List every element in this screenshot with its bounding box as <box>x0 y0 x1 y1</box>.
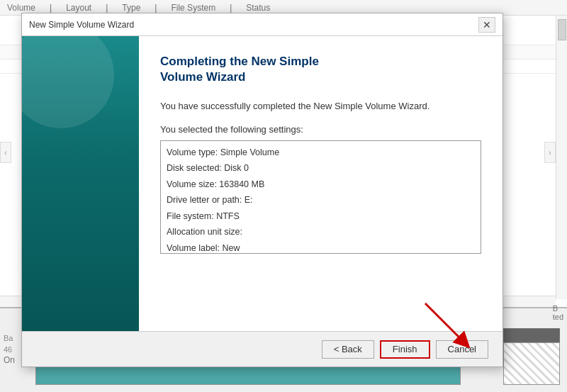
dialog-sidebar <box>22 36 139 331</box>
setting-line-5: File system: NTFS <box>167 208 475 225</box>
settings-label: You selected the following settings: <box>160 124 481 135</box>
dialog-description: You have successfully completed the New … <box>160 99 481 113</box>
cancel-button[interactable]: Cancel <box>436 340 488 359</box>
dialog-body: Completing the New SimpleVolume Wizard Y… <box>22 36 503 331</box>
back-button[interactable]: < Back <box>322 340 374 359</box>
dialog-content: Completing the New SimpleVolume Wizard Y… <box>139 36 503 331</box>
finish-button[interactable]: Finish <box>380 340 430 359</box>
setting-line-2: Disk selected: Disk 0 <box>167 160 475 177</box>
dialog-titlebar: New Simple Volume Wizard ✕ <box>22 13 503 36</box>
sidebar-decoration <box>22 36 114 128</box>
setting-line-7: Volume label: New <box>167 240 475 254</box>
wizard-dialog: New Simple Volume Wizard ✕ Completing th… <box>21 13 503 367</box>
dialog-heading: Completing the New SimpleVolume Wizard <box>160 54 481 85</box>
setting-line-1: Volume type: Simple Volume <box>167 145 475 161</box>
setting-line-6: Allocation unit size: <box>167 224 475 240</box>
close-button[interactable]: ✕ <box>478 17 495 33</box>
dialog-footer: < Back Finish Cancel <box>22 331 503 366</box>
setting-line-4: Drive letter or path: E: <box>167 192 475 208</box>
settings-box[interactable]: Volume type: Simple Volume Disk selected… <box>160 140 481 254</box>
dialog-title: New Simple Volume Wizard <box>29 20 134 30</box>
setting-line-3: Volume size: 163840 MB <box>167 177 475 193</box>
